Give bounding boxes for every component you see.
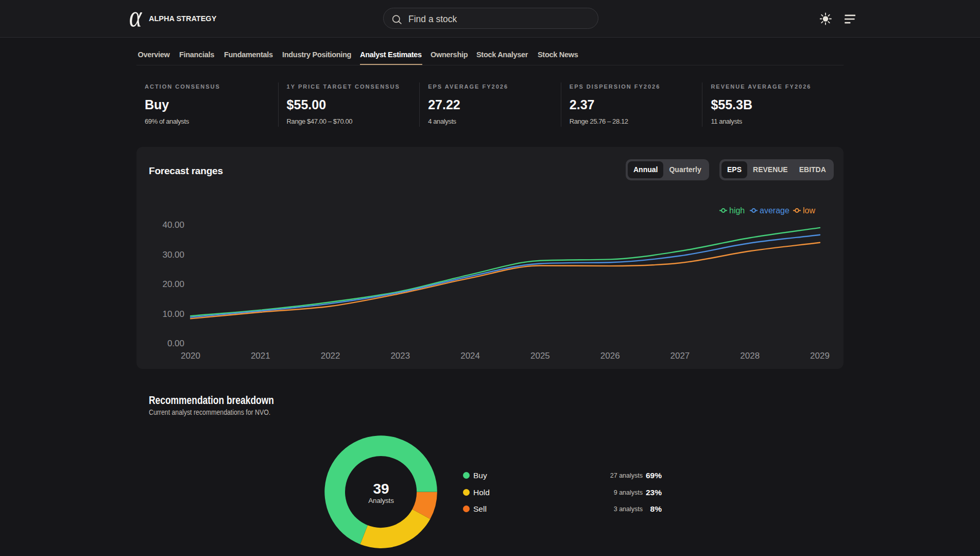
svg-text:2022: 2022 — [321, 351, 340, 361]
svg-text:40.00: 40.00 — [162, 220, 184, 230]
svg-text:high: high — [729, 206, 745, 215]
svg-text:2020: 2020 — [181, 351, 200, 361]
svg-text:2026: 2026 — [600, 351, 620, 361]
svg-text:10.00: 10.00 — [162, 309, 184, 319]
svg-text:average: average — [760, 206, 789, 215]
svg-text:2029: 2029 — [810, 351, 830, 361]
svg-text:2027: 2027 — [670, 351, 690, 361]
svg-text:low: low — [803, 206, 815, 215]
svg-text:2023: 2023 — [390, 351, 410, 361]
svg-text:0.00: 0.00 — [167, 339, 184, 348]
svg-text:30.00: 30.00 — [162, 250, 184, 260]
svg-text:2025: 2025 — [530, 351, 550, 361]
svg-text:2028: 2028 — [740, 351, 760, 361]
svg-text:20.00: 20.00 — [162, 279, 184, 289]
svg-text:2024: 2024 — [460, 351, 480, 361]
svg-text:2021: 2021 — [251, 351, 270, 361]
